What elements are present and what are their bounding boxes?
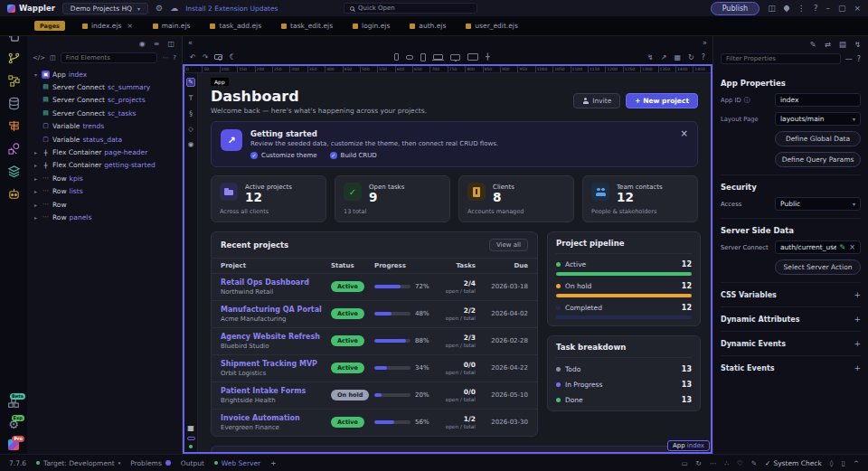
layout-page-select[interactable]: layouts/main▾	[775, 112, 861, 126]
more-options-icon[interactable]: ⋯	[162, 54, 168, 61]
pro-logo-icon[interactable]: Pro	[8, 439, 19, 450]
invite-button[interactable]: Invite	[573, 93, 620, 108]
tree-item[interactable]: ▾ App index	[27, 68, 182, 80]
table-row[interactable]: Invoice Automation Evergreen Finance Act…	[212, 409, 537, 436]
editor-tab[interactable]: task_add.ejs	[200, 16, 271, 35]
actions-lightning-icon[interactable]: ↯	[854, 40, 861, 49]
table-row[interactable]: Shipment Tracking MVP Orbit Logistics Ac…	[212, 354, 537, 382]
outline-icon[interactable]: ≡	[154, 40, 160, 48]
table-row[interactable]: Patient Intake Forms Brightside Health O…	[212, 382, 537, 409]
find-elements-input[interactable]	[61, 52, 158, 63]
expandable-section[interactable]: Dynamic Attributes +	[721, 306, 861, 331]
server-connect-field[interactable]: auth/current_user ✎ ×	[775, 240, 861, 254]
editor-tab[interactable]: task_edit.ejs	[271, 16, 343, 35]
tree-item[interactable]: Server Connect sc_tasks	[27, 107, 182, 119]
collapse-right-icon[interactable]: »	[703, 39, 707, 47]
tree-item[interactable]: ▸ Row kpis	[27, 172, 182, 184]
laptop-device-icon[interactable]	[433, 54, 443, 60]
tree-chevron-icon[interactable]: ▾	[33, 71, 39, 78]
grid-toggle-icon[interactable]: ▦	[674, 53, 681, 61]
collapse-statusbar-icon[interactable]: ^	[854, 459, 859, 467]
style-tool-icon[interactable]: ◇	[188, 125, 193, 133]
expandable-section[interactable]: Dynamic Events +	[721, 331, 861, 355]
trash-icon[interactable]: ▯	[842, 459, 845, 467]
visibility-eye-icon[interactable]: ◉	[188, 140, 194, 148]
minimize-icon[interactable]: –	[826, 5, 830, 13]
beta-features-icon[interactable]: Beta	[7, 397, 20, 410]
code-view-icon[interactable]: </>	[33, 54, 45, 61]
add-plus-icon[interactable]: +	[854, 315, 861, 324]
expandable-section[interactable]: CSS Variables +	[721, 282, 861, 306]
new-project-button[interactable]: + New project	[626, 93, 698, 108]
phone-device-icon[interactable]	[394, 53, 399, 61]
theme-droplet-icon[interactable]	[782, 5, 789, 12]
collapse-left-icon[interactable]: «	[188, 39, 193, 47]
expandable-section[interactable]: Static Events +	[721, 355, 861, 380]
view-all-button[interactable]: View all	[489, 239, 528, 251]
selection-badge[interactable]: App index	[667, 440, 710, 451]
routes-icon[interactable]	[7, 119, 21, 133]
access-select[interactable]: Public▾	[775, 197, 861, 211]
selection-box-icon[interactable]: ▭	[681, 459, 687, 467]
output-button[interactable]: Output	[181, 459, 204, 467]
editor-tab[interactable]: main.ejs	[143, 16, 201, 35]
refresh-icon[interactable]: ↻	[688, 53, 694, 61]
tree-chevron-icon[interactable]: ▸	[33, 162, 39, 168]
feedback-icon[interactable]: ♡	[737, 459, 743, 467]
tree-chevron-icon[interactable]: ▸	[33, 175, 39, 182]
close-window-icon[interactable]: ×	[854, 5, 861, 13]
edit-pencil-icon[interactable]: ✎	[840, 243, 846, 251]
tree-item[interactable]: Variable status_data	[27, 133, 182, 146]
redo-icon[interactable]: ↷	[203, 53, 209, 61]
stack-icon[interactable]: ▤	[839, 40, 846, 49]
project-link[interactable]: Invoice Automation	[221, 414, 331, 422]
tree-chevron-icon[interactable]: ▸	[33, 202, 39, 208]
tree-chevron-icon[interactable]: ▸	[33, 149, 39, 155]
grid-snap-icon[interactable]: ▦	[187, 424, 194, 432]
design-styles-icon[interactable]	[7, 142, 21, 155]
maximize-icon[interactable]: ▢	[838, 5, 846, 13]
tree-item[interactable]: ▸ Row panels	[27, 211, 182, 223]
publish-button[interactable]: Publish	[711, 2, 760, 15]
custom-size-icon[interactable]: ╋	[486, 53, 489, 61]
structure-view-icon[interactable]: ◫	[167, 40, 175, 48]
edit-properties-icon[interactable]: ✎	[810, 40, 816, 49]
paint-icon[interactable]: ✎	[751, 459, 757, 467]
git-icon[interactable]	[7, 52, 21, 65]
open-in-browser-icon[interactable]: ↗	[661, 53, 667, 61]
project-link[interactable]: Patient Intake Forms	[221, 387, 331, 395]
pages-badge[interactable]: Pages	[34, 21, 65, 31]
add-plus-icon[interactable]: +	[854, 290, 861, 299]
help-icon[interactable]: ?	[173, 54, 176, 61]
tree-item[interactable]: ▸ Row	[27, 198, 182, 211]
refresh-icon[interactable]: ↻	[696, 459, 702, 467]
ai-suggest-icon[interactable]: ◉	[139, 40, 146, 48]
help-icon[interactable]: ?	[702, 53, 705, 61]
ai-assistant-icon[interactable]	[7, 187, 21, 201]
edit-tool-icon[interactable]: ✎	[186, 78, 196, 87]
select-server-action-button[interactable]: Select Server Action	[775, 259, 861, 275]
text-tool-icon[interactable]: T	[189, 94, 193, 102]
screenshot-camera-icon[interactable]	[214, 54, 222, 60]
share-nodes-icon[interactable]: ∴	[724, 459, 729, 467]
eraser-icon[interactable]: ◊	[830, 459, 834, 467]
collapse-sections-icon[interactable]: —	[845, 55, 853, 63]
tree-view-icon[interactable]: ◫	[50, 54, 56, 61]
workflows-icon[interactable]	[7, 74, 21, 88]
database-icon[interactable]	[7, 97, 21, 110]
undo-icon[interactable]: ↶	[190, 53, 196, 61]
target-selector[interactable]: Target: Development▾	[36, 459, 120, 467]
define-global-data-button[interactable]: Define Global Data	[775, 131, 861, 146]
monitor-device-icon[interactable]	[467, 53, 478, 61]
editor-tab[interactable]: auth.ejs	[400, 16, 456, 35]
table-row[interactable]: Agency Website Refresh Bluebird Studio A…	[212, 327, 537, 354]
layout-panels-icon[interactable]: ◫	[768, 5, 776, 13]
actions-lightning-icon[interactable]: ↯	[647, 53, 654, 61]
banner-close-icon[interactable]: ×	[681, 128, 688, 138]
filter-properties-input[interactable]	[721, 53, 841, 64]
tree-item[interactable]: ▸ Row lists	[27, 185, 182, 198]
table-row[interactable]: Manufacturing QA Portal Acme Manufacturi…	[212, 300, 537, 327]
project-link[interactable]: Manufacturing QA Portal	[221, 306, 331, 314]
extension-updates-link[interactable]: Install 2 Extension Updates	[185, 5, 278, 13]
phone-landscape-device-icon[interactable]	[406, 55, 413, 60]
